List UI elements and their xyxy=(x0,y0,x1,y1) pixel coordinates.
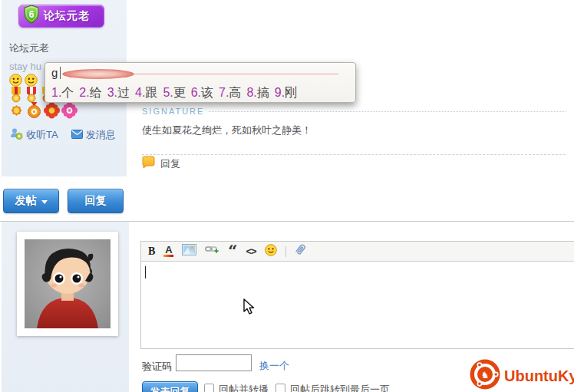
ime-preedit-text: g xyxy=(51,66,58,79)
bold-button[interactable]: B xyxy=(148,245,155,258)
candidate-number: 5. xyxy=(163,86,173,99)
signature-text: 使生如夏花之绚烂，死如秋叶之静美！ xyxy=(142,124,312,137)
follow-link[interactable]: 收听TA xyxy=(26,128,58,142)
ime-preedit-row: g xyxy=(45,63,355,83)
message-envelope-icon xyxy=(71,128,83,142)
font-color-label: A xyxy=(165,244,172,255)
signature-heading: SIGNATURE xyxy=(142,107,204,116)
candidate-number: 9. xyxy=(275,86,285,99)
message-link[interactable]: 发消息 xyxy=(86,128,116,142)
jump-checkbox-label: 回帖后跳转到最后一页 xyxy=(290,383,390,392)
badge-level: 6 xyxy=(29,9,35,20)
candidate-number: 2. xyxy=(79,86,89,99)
avatar[interactable] xyxy=(17,232,118,336)
ime-candidate-list: 1.个2.给3.过4.跟5.更6.该7.高8.搞9.刚 xyxy=(45,83,355,102)
captcha-label: 验证码 xyxy=(142,360,172,374)
candidate-number: 3. xyxy=(107,86,117,99)
reply-button-label: 回复 xyxy=(85,194,107,208)
candidate-char[interactable]: 更 xyxy=(173,86,186,99)
insert-link-button[interactable] xyxy=(205,244,219,259)
new-post-label: 发帖 xyxy=(15,194,37,208)
candidate-char[interactable]: 给 xyxy=(90,86,102,99)
ubuntukylin-branding: ♞ UbuntuKylin xyxy=(470,359,574,392)
editor-toolbar: B A “ <> xyxy=(141,242,574,262)
ime-highlight-ellipse xyxy=(62,69,134,79)
dotted-divider xyxy=(209,111,566,112)
reply-editor: B A “ <> xyxy=(140,241,574,349)
forum-elder-badge: 6 论坛元老 xyxy=(18,5,104,28)
forward-checkbox-label: 回帖并转播 xyxy=(219,383,269,392)
post-reply-row: 回复 xyxy=(142,156,180,172)
text-caret xyxy=(145,266,146,278)
candidate-char[interactable]: 高 xyxy=(229,86,241,99)
sun-medal-icon xyxy=(8,102,25,122)
follow-person-icon xyxy=(10,127,23,143)
quote-button[interactable]: “ xyxy=(228,247,237,256)
flower-medal-icon xyxy=(44,102,60,122)
candidate-char[interactable]: 该 xyxy=(201,86,213,99)
candidate-char[interactable]: 跟 xyxy=(145,86,157,99)
ime-caret xyxy=(60,67,61,79)
ubuntukylin-logo-icon: ♞ xyxy=(470,359,500,392)
captcha-change-link[interactable]: 换一个 xyxy=(259,359,289,373)
submit-reply-button[interactable]: 发表回复 xyxy=(142,381,198,392)
badge-title: 论坛元老 xyxy=(44,9,90,23)
candidate-number: 8. xyxy=(246,86,256,99)
dashed-divider xyxy=(142,154,566,155)
brand-name: UbuntuKylin xyxy=(504,367,574,385)
candidate-char[interactable]: 个 xyxy=(61,86,74,99)
candidate-char[interactable]: 刚 xyxy=(285,86,297,99)
reply-button[interactable]: 回复 xyxy=(68,189,124,213)
candidate-char[interactable]: 搞 xyxy=(257,86,269,99)
submit-reply-label: 发表回复 xyxy=(150,385,190,392)
kylin-horse-icon: ♞ xyxy=(481,370,490,380)
medal-row-awards xyxy=(8,102,78,122)
jump-checkbox[interactable] xyxy=(275,384,285,392)
font-color-button[interactable]: A xyxy=(163,245,173,257)
reply-bubble-icon xyxy=(142,156,155,172)
smiley-button[interactable] xyxy=(265,244,277,259)
toolbar-separator xyxy=(285,246,286,257)
forward-checkbox[interactable] xyxy=(204,384,214,392)
ime-candidate-popup: g 1.个2.给3.过4.跟5.更6.该7.高8.搞9.刚 xyxy=(45,62,356,103)
rank-label: 论坛元老 xyxy=(9,41,49,55)
candidate-number: 6. xyxy=(191,86,201,99)
candidate-number: 1. xyxy=(51,86,61,99)
captcha-input[interactable] xyxy=(176,354,252,371)
mouse-cursor xyxy=(242,298,258,318)
attachment-button[interactable] xyxy=(295,243,306,259)
signature-header: SIGNATURE xyxy=(142,107,566,116)
new-post-button[interactable]: 发帖 xyxy=(3,189,59,213)
ime-underline xyxy=(134,74,338,74)
disc-medal-icon xyxy=(26,102,42,122)
chevron-down-icon xyxy=(41,200,48,204)
post-reply-link[interactable]: 回复 xyxy=(160,157,180,171)
level-shield-icon: 6 xyxy=(23,5,40,28)
user-motto: stay hu xyxy=(9,61,41,72)
insert-image-button[interactable] xyxy=(182,244,196,259)
candidate-char[interactable]: 过 xyxy=(117,86,130,99)
candidate-number: 7. xyxy=(219,86,229,99)
profile-actions-row: 收听TA 发消息 xyxy=(10,127,116,143)
candidate-number: 4. xyxy=(135,86,145,99)
pink-medal-icon xyxy=(61,102,78,122)
code-button[interactable]: <> xyxy=(246,245,256,257)
editor-text-area[interactable] xyxy=(141,262,574,350)
